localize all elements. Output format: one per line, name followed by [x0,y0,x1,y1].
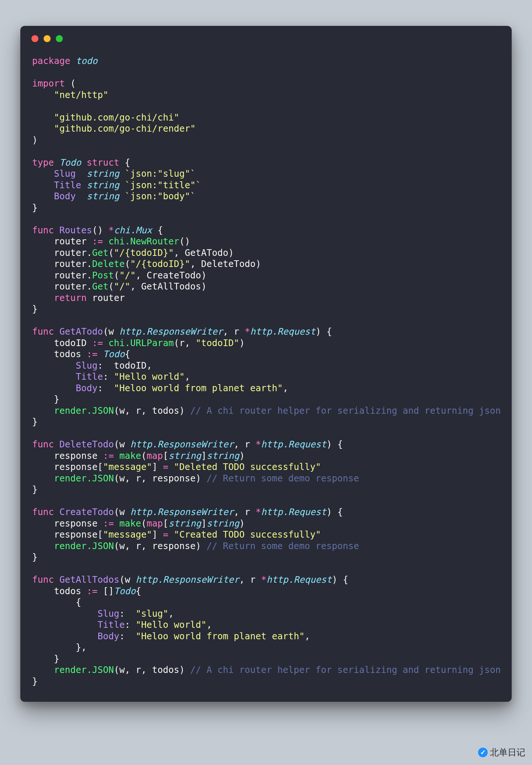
code-block: package todo import ( "net/http" "github… [31,55,501,687]
kw-func: func [32,225,54,236]
field-tag: `json:"title"` [125,180,201,190]
import-path: "net/http" [54,89,109,100]
field-tag: `json:"slug"` [125,168,196,179]
comment: // Return some demo response [207,541,359,551]
minimize-icon[interactable] [44,35,51,42]
func-name: GetATodo [59,326,103,337]
zoom-icon[interactable] [56,35,63,42]
comment: // Return some demo response [207,473,359,484]
window-titlebar [31,35,501,55]
func-name: Routes [59,225,92,236]
func-name: DeleteTodo [59,439,114,450]
method: Post [92,270,114,281]
watermark-text: 北单日记 [490,747,525,758]
field-tag: `json:"body"` [125,191,196,202]
kw-type: type [32,157,54,168]
func-name: GetAllTodos [59,574,119,585]
field-name: Slug [54,168,76,179]
var: router [54,236,87,247]
code-window: package todo import ( "net/http" "github… [20,26,512,702]
method: Delete [92,258,125,269]
func-name: CreateTodo [59,507,114,517]
package-name: todo [76,55,98,66]
comment: // A chi router helper for serializing a… [190,664,501,675]
method: Get [92,247,108,258]
import-path: "github.com/go-chi/chi" [54,112,179,123]
page: package todo import ( "net/http" "github… [0,0,532,765]
kw-string: string [87,180,120,190]
kw-import: import [32,78,65,89]
call: chi.NewRouter [109,236,180,247]
kw-struct: struct [87,157,120,168]
kw-string: string [87,168,120,179]
watermark-badge-icon: ✓ [478,748,488,757]
ret-type: chi.Mux [114,225,152,236]
watermark: ✓ 北单日记 [478,747,525,758]
close-icon[interactable] [31,35,38,42]
kw-package: package [32,55,70,66]
field-name: Title [54,180,81,190]
kw-return: return [54,292,87,303]
field-name: Body [54,191,76,202]
comment: // A chi router helper for serializing a… [190,405,501,416]
type-name: Todo [59,157,81,168]
kw-string: string [87,191,120,202]
method: Get [92,281,108,292]
import-path: "github.com/go-chi/render" [54,123,196,134]
